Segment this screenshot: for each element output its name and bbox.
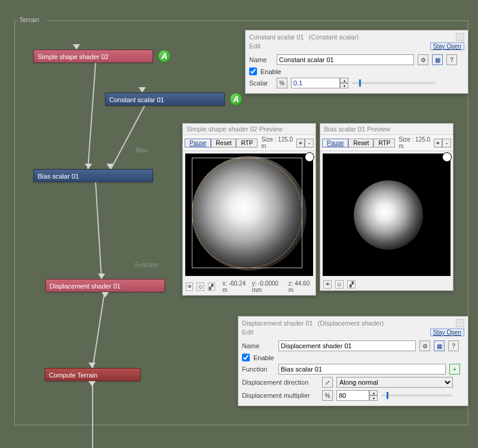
preview-canvas[interactable]: [323, 154, 451, 276]
a-badge[interactable]: A: [158, 50, 171, 63]
scalar-mode-button[interactable]: %: [277, 78, 287, 88]
scalar-slider[interactable]: [352, 82, 436, 84]
gear-icon: ⚙: [421, 57, 426, 63]
name-field[interactable]: [278, 340, 416, 351]
help-button[interactable]: ?: [446, 54, 457, 65]
direction-select[interactable]: Along normal: [336, 377, 453, 388]
name-label: Name: [249, 56, 273, 63]
zoom-in-button[interactable]: +: [296, 139, 305, 148]
zoom-in-button[interactable]: +: [434, 139, 443, 148]
preview-button[interactable]: ▦: [432, 54, 443, 65]
displacement-shader-panel: Displacement shader 01 (Displacement sha…: [238, 316, 468, 406]
preview-canvas[interactable]: [185, 154, 313, 276]
pause-button[interactable]: Pause: [322, 139, 348, 148]
panel-node-name: Displacement shader 01: [242, 320, 313, 327]
node-in-port[interactable]: [88, 363, 96, 368]
corner-handle[interactable]: [442, 152, 452, 162]
reset-button[interactable]: Reset: [211, 139, 236, 148]
node-constant-scalar[interactable]: Constant scalar 01: [105, 93, 225, 106]
settings-button[interactable]: ⚙: [419, 340, 430, 351]
multiplier-mode-button[interactable]: %: [322, 390, 333, 401]
multiplier-spinner[interactable]: ▴▾: [336, 390, 378, 401]
function-label: Function: [242, 366, 275, 373]
gear-icon: ⚙: [422, 343, 428, 349]
eye-icon[interactable]: 👁: [323, 280, 332, 289]
node-compute-terrain[interactable]: Compute Terrain: [45, 368, 140, 381]
multiplier-label: Displacement multiplier: [242, 392, 318, 399]
spin-down-icon[interactable]: ▾: [340, 83, 348, 88]
node-in-port[interactable]: [73, 44, 80, 50]
enable-label: Enable: [253, 354, 274, 361]
edit-menu[interactable]: Edit: [242, 329, 253, 336]
node-label: Simple shape shader 02: [38, 53, 109, 60]
reset-button[interactable]: Reset: [348, 139, 373, 148]
chart-icon[interactable]: ▞: [208, 283, 215, 291]
connection-label-bias: Bias: [136, 147, 148, 154]
preview-title: Bias scalar 01 Preview: [320, 124, 453, 134]
plus-icon: +: [453, 366, 456, 373]
coord-x: x: -60.24 m: [222, 280, 248, 293]
chart-icon[interactable]: ▞: [347, 280, 356, 289]
node-displacement-shader[interactable]: Displacement shader 01: [45, 279, 165, 292]
target-icon[interactable]: ⊙: [335, 280, 344, 289]
multiplier-field[interactable]: [336, 390, 369, 401]
constant-scalar-panel: Constant scalar 01 (Constant scalar) Edi…: [245, 30, 468, 94]
scalar-field[interactable]: [291, 78, 340, 88]
coord-z: z: 44.60 m: [289, 280, 312, 293]
stay-open-button[interactable]: Stay Open: [430, 329, 464, 336]
scalar-spinner[interactable]: ▴▾: [291, 78, 348, 88]
rtp-button[interactable]: RTP: [236, 139, 258, 148]
panel-node-name: Constant scalar 01: [249, 33, 304, 41]
name-field[interactable]: [277, 54, 414, 65]
add-button[interactable]: +: [449, 364, 460, 375]
rtp-button[interactable]: RTP: [373, 139, 395, 148]
zoom-out-button[interactable]: -: [442, 139, 451, 148]
settings-button[interactable]: ⚙: [418, 54, 428, 65]
preview-title: Simple shape shader 02 Preview: [183, 124, 315, 134]
node-out-port[interactable]: [102, 292, 109, 297]
node-label: Bias scalar 01: [38, 173, 79, 180]
zoom-out-button[interactable]: -: [305, 139, 314, 148]
node-label: Constant scalar 01: [109, 96, 164, 103]
function-field[interactable]: [278, 364, 446, 375]
node-in-port[interactable]: [139, 87, 146, 93]
spin-up-icon[interactable]: ▴: [369, 390, 378, 395]
spin-up-icon[interactable]: ▴: [340, 78, 348, 83]
scalar-label: Scalar: [249, 79, 273, 87]
direction-mode-button[interactable]: ⤢: [322, 377, 333, 388]
close-button[interactable]: [456, 33, 464, 41]
node-bias-scalar[interactable]: Bias scalar 01: [33, 169, 153, 182]
a-badge[interactable]: A: [229, 93, 243, 106]
help-button[interactable]: ?: [448, 340, 459, 351]
connection-label-function: Function: [135, 262, 158, 268]
edit-menu[interactable]: Edit: [249, 42, 261, 50]
stay-open-button[interactable]: Stay Open: [430, 42, 464, 50]
enable-checkbox[interactable]: [249, 67, 257, 75]
close-button[interactable]: [456, 319, 464, 327]
preview-bias-scalar: Bias scalar 01 Preview Pause Reset RTP S…: [320, 123, 454, 291]
spin-down-icon[interactable]: ▾: [369, 395, 378, 401]
panel-node-type: (Constant scalar): [309, 33, 359, 41]
node-in-port[interactable]: [98, 274, 105, 279]
preview-shape-shader: Simple shape shader 02 Preview Pause Res…: [182, 123, 316, 296]
name-label: Name: [242, 342, 275, 349]
multiplier-slider[interactable]: [381, 394, 453, 397]
corner-handle[interactable]: [305, 152, 314, 162]
panel-node-type: (Displacement shader): [318, 320, 384, 327]
eye-icon[interactable]: 👁: [186, 283, 193, 291]
node-simple-shape-shader[interactable]: Simple shape shader 02: [33, 50, 153, 63]
node-out-port[interactable]: [88, 381, 96, 386]
node-in-port[interactable]: [85, 164, 92, 169]
size-label: Size : 125.0 m: [399, 136, 433, 149]
size-label: Size : 125.0 m: [261, 136, 296, 149]
node-label: Displacement shader 01: [50, 283, 121, 290]
target-icon[interactable]: ⊙: [197, 283, 204, 291]
enable-checkbox[interactable]: [242, 354, 250, 361]
enable-label: Enable: [261, 68, 281, 75]
preview-button[interactable]: ▦: [434, 340, 445, 351]
coord-y: y: -0.0000 mm: [252, 280, 284, 293]
dashed-circle: [192, 158, 302, 268]
pause-button[interactable]: Pause: [185, 139, 211, 148]
node-in-port[interactable]: [106, 164, 114, 169]
direction-label: Displacement direction: [242, 379, 318, 386]
